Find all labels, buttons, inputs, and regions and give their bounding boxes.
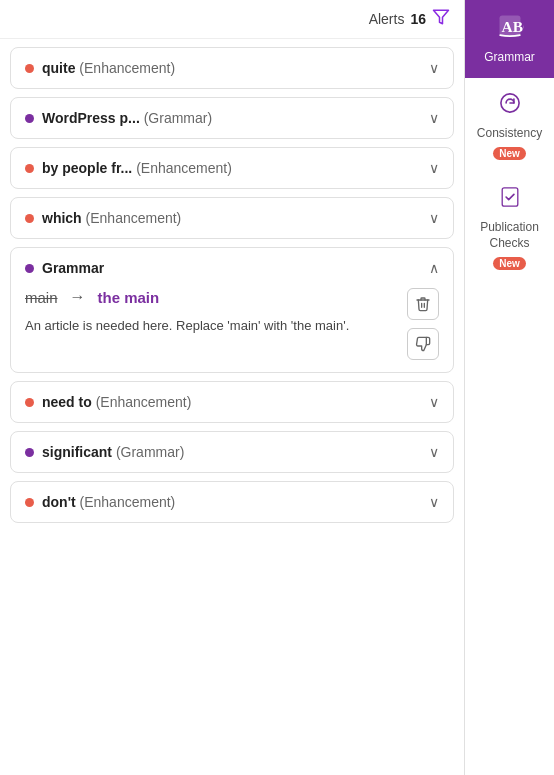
arrow-icon: → xyxy=(70,288,86,306)
dot-purple xyxy=(25,114,34,123)
dot-red xyxy=(25,64,34,73)
explanation-text: An article is needed here. Replace 'main… xyxy=(25,316,349,336)
svg-rect-4 xyxy=(502,188,518,206)
alert-text: WordPress p... (Grammar) xyxy=(42,110,212,126)
chevron-up-icon[interactable]: ∧ xyxy=(429,260,439,276)
alert-text: by people fr... (Enhancement) xyxy=(42,160,232,176)
chevron-down-icon[interactable]: ∨ xyxy=(429,160,439,176)
dot-purple xyxy=(25,448,34,457)
chevron-down-icon[interactable]: ∨ xyxy=(429,394,439,410)
alerts-label: Alerts xyxy=(369,11,405,27)
action-icons xyxy=(407,288,439,360)
alert-text: don't (Enhancement) xyxy=(42,494,175,510)
dot-red xyxy=(25,164,34,173)
sidebar-item-publication-checks[interactable]: Publication Checks New xyxy=(465,172,554,282)
alert-text: Grammar xyxy=(42,260,104,276)
sidebar-grammar-label: Grammar xyxy=(484,50,535,66)
alert-text: quite (Enhancement) xyxy=(42,60,175,76)
chevron-down-icon[interactable]: ∨ xyxy=(429,210,439,226)
svg-text:ABC: ABC xyxy=(501,18,523,35)
filter-icon[interactable] xyxy=(432,8,450,30)
publication-checks-icon xyxy=(497,184,523,216)
sidebar-publication-checks-label: Publication Checks xyxy=(471,220,548,251)
alert-item[interactable]: significant (Grammar) ∨ xyxy=(10,431,454,473)
alert-text: need to (Enhancement) xyxy=(42,394,191,410)
chevron-down-icon[interactable]: ∨ xyxy=(429,444,439,460)
consistency-new-badge: New xyxy=(493,147,526,160)
sidebar-item-grammar[interactable]: ABC Grammar xyxy=(465,0,554,78)
alert-item[interactable]: WordPress p... (Grammar) ∨ xyxy=(10,97,454,139)
alert-item[interactable]: by people fr... (Enhancement) ∨ xyxy=(10,147,454,189)
alert-body: main → the main An article is needed her… xyxy=(25,288,439,360)
main-panel: Alerts 16 quite (Enhancement) ∨ Wo xyxy=(0,0,464,775)
alert-item-expanded: Grammar ∧ main → the main An article is … xyxy=(10,247,454,373)
sidebar: ABC Grammar Consistency New Publication … xyxy=(464,0,554,775)
grammar-icon: ABC xyxy=(496,12,524,46)
suggestion-original: main xyxy=(25,289,58,306)
alert-text: which (Enhancement) xyxy=(42,210,181,226)
sidebar-item-consistency[interactable]: Consistency New xyxy=(465,78,554,173)
dislike-button[interactable] xyxy=(407,328,439,360)
alert-item[interactable]: need to (Enhancement) ∨ xyxy=(10,381,454,423)
dot-purple xyxy=(25,264,34,273)
alert-item[interactable]: quite (Enhancement) ∨ xyxy=(10,47,454,89)
chevron-down-icon[interactable]: ∨ xyxy=(429,60,439,76)
chevron-down-icon[interactable]: ∨ xyxy=(429,494,439,510)
alert-text: significant (Grammar) xyxy=(42,444,184,460)
alerts-list: quite (Enhancement) ∨ WordPress p... (Gr… xyxy=(0,39,464,775)
suggestion-new: the main xyxy=(98,289,160,306)
alert-item[interactable]: don't (Enhancement) ∨ xyxy=(10,481,454,523)
consistency-icon xyxy=(497,90,523,122)
header-bar: Alerts 16 xyxy=(0,0,464,39)
chevron-down-icon[interactable]: ∨ xyxy=(429,110,439,126)
delete-button[interactable] xyxy=(407,288,439,320)
suggestion-row: main → the main xyxy=(25,288,349,306)
alert-item[interactable]: which (Enhancement) ∨ xyxy=(10,197,454,239)
alerts-count: 16 xyxy=(410,11,426,27)
dot-red xyxy=(25,498,34,507)
dot-red xyxy=(25,398,34,407)
svg-marker-0 xyxy=(434,10,449,24)
sidebar-consistency-label: Consistency xyxy=(477,126,542,142)
publication-checks-new-badge: New xyxy=(493,257,526,270)
dot-red xyxy=(25,214,34,223)
